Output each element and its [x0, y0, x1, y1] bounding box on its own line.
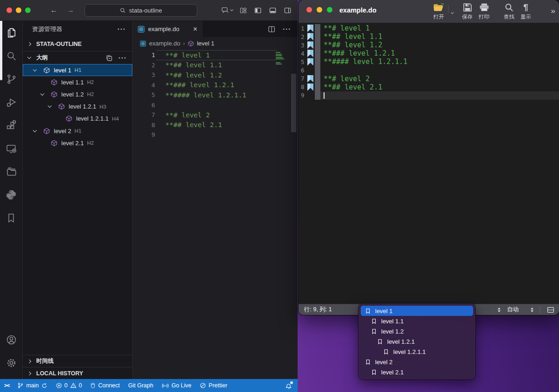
- zoom-window-button[interactable]: [327, 7, 332, 13]
- explorer-more-actions-icon[interactable]: ···: [117, 25, 126, 33]
- popup-item-level-2-1[interactable]: level 2.1: [358, 367, 475, 377]
- remote-explorer-activity-button[interactable]: [0, 137, 22, 160]
- bookmark-icon: [377, 339, 383, 345]
- outline-item-level-2-1[interactable]: level 2.1H2: [23, 137, 132, 149]
- forward-arrow-icon[interactable]: →: [67, 6, 74, 14]
- close-window-button[interactable]: [6, 7, 12, 13]
- line-number: 7: [133, 111, 155, 118]
- editor-line[interactable]: 1**# level 1: [133, 50, 298, 60]
- show-button[interactable]: ¶ 显示: [518, 2, 534, 20]
- stata-editor-line[interactable]: 6: [299, 66, 559, 74]
- accounts-button[interactable]: [0, 328, 22, 351]
- toggle-primary-sidebar-icon[interactable]: [254, 7, 262, 14]
- branch-label: main: [26, 382, 39, 389]
- stata-editor-line[interactable]: 4**### level 1.2.1: [299, 49, 559, 58]
- source-control-activity-button[interactable]: [0, 67, 22, 90]
- python-activity-button[interactable]: [0, 183, 22, 206]
- customize-layout-icon[interactable]: [240, 7, 247, 14]
- problems-item[interactable]: 0 0: [52, 379, 86, 392]
- split-editor-icon[interactable]: [268, 26, 275, 33]
- connect-item[interactable]: Connect: [86, 379, 124, 392]
- outline-item-level-1[interactable]: level 1H1: [23, 64, 132, 76]
- language-stepper[interactable]: [498, 308, 500, 312]
- git-branch-item[interactable]: main: [13, 379, 51, 392]
- outline-item-label: level 1.2: [61, 91, 84, 98]
- split-horizontal-icon[interactable]: [547, 307, 554, 313]
- popup-item-level-1-2-1-1[interactable]: level 1.2.1.1: [358, 347, 475, 357]
- stata-editor-line[interactable]: 5**#### level 1.2.1.1: [299, 58, 559, 66]
- copilot-chat-button[interactable]: [221, 7, 233, 14]
- toolbar-overflow-icon[interactable]: »: [551, 6, 554, 16]
- tab-example-do[interactable]: example.do ×: [133, 21, 202, 37]
- project-manager-activity-button[interactable]: [0, 160, 22, 183]
- editor-scrollbar[interactable]: [291, 74, 296, 132]
- editor-line[interactable]: 9: [133, 130, 298, 140]
- heading-level-badge: H1: [75, 67, 82, 73]
- zoom-window-button[interactable]: [25, 7, 31, 13]
- outline-item-level-1-2-1-1[interactable]: level 1.2.1.1H4: [23, 113, 132, 125]
- line-number: 4: [133, 82, 155, 89]
- print-button[interactable]: 打印: [476, 2, 493, 20]
- git-graph-item[interactable]: Git Graph: [124, 379, 157, 392]
- outline-item-level-1-1[interactable]: level 1.1H2: [23, 76, 132, 88]
- close-window-button[interactable]: [306, 7, 312, 13]
- search-activity-button[interactable]: [0, 44, 22, 67]
- open-button[interactable]: 打开: [430, 2, 447, 20]
- code-editor[interactable]: 1**# level 12**## level 1.13**## level 1…: [133, 50, 298, 379]
- stata-editor-line[interactable]: 9: [299, 91, 559, 100]
- save-button[interactable]: 保存: [459, 2, 476, 20]
- popup-item-level-1-1[interactable]: level 1.1: [358, 316, 475, 326]
- notifications-item[interactable]: [281, 379, 298, 392]
- prettier-item[interactable]: Prettier: [195, 379, 231, 392]
- editor-line[interactable]: 7**# level 2: [133, 110, 298, 120]
- breadcrumb-file[interactable]: example.do: [149, 40, 180, 47]
- editor-line[interactable]: 5**#### level 1.2.1.1: [133, 90, 298, 100]
- find-button[interactable]: 查找: [501, 2, 518, 20]
- outline-item-level-1-2-1[interactable]: level 1.2.1H3: [23, 101, 132, 113]
- outline-item-level-2[interactable]: level 2H1: [23, 125, 132, 137]
- breadcrumb-symbol[interactable]: level 1: [197, 40, 214, 47]
- toggle-panel-icon[interactable]: [269, 7, 277, 14]
- toggle-secondary-sidebar-icon[interactable]: [284, 7, 292, 14]
- stata-editor-line[interactable]: 8**## level 2.1: [299, 83, 559, 91]
- workspace-section-header[interactable]: STATA-OUTLINE: [23, 37, 132, 51]
- encoding-dropdown[interactable]: 自动: [507, 306, 533, 314]
- stata-code-editor[interactable]: 1**# level 12**## level 1.13**## level 1…: [299, 23, 559, 304]
- stata-editor-line[interactable]: 1**# level 1: [299, 24, 559, 32]
- stata-editor-line[interactable]: 2**## level 1.1: [299, 32, 559, 41]
- editor-line[interactable]: 6: [133, 100, 298, 110]
- bookmark-flag-icon: [307, 58, 315, 65]
- settings-button[interactable]: [0, 351, 22, 374]
- popup-item-level-2[interactable]: level 2: [358, 357, 475, 367]
- stata-editor-line[interactable]: 3**## level 1.2: [299, 41, 559, 49]
- back-arrow-icon[interactable]: ←: [50, 6, 58, 14]
- outline-more-actions-icon[interactable]: ···: [118, 54, 127, 62]
- go-live-item[interactable]: Go Live: [157, 379, 195, 392]
- minimize-window-button[interactable]: [317, 7, 322, 13]
- bookmarks-activity-button[interactable]: [0, 206, 22, 230]
- command-center-search[interactable]: stata-outline: [84, 4, 197, 17]
- collapse-all-icon[interactable]: [105, 54, 113, 62]
- popup-item-level-1[interactable]: level 1: [358, 306, 475, 316]
- open-dropdown-chevron[interactable]: [449, 6, 455, 15]
- editor-line[interactable]: 4**### level 1.2.1: [133, 80, 298, 90]
- editor-line[interactable]: 8**## level 2.1: [133, 120, 298, 130]
- local-history-section-header[interactable]: LOCAL HISTORY: [23, 367, 132, 379]
- popup-item-level-1-2[interactable]: level 1.2: [358, 326, 475, 336]
- outline-section-header[interactable]: 大纲 ···: [23, 51, 132, 64]
- timeline-section-header[interactable]: 时间线: [23, 355, 132, 367]
- minimize-window-button[interactable]: [16, 7, 21, 13]
- editor-more-actions-icon[interactable]: ···: [283, 25, 291, 33]
- run-debug-activity-button[interactable]: [0, 90, 22, 114]
- explorer-activity-button[interactable]: [0, 21, 22, 44]
- popup-item-level-1-2-1[interactable]: level 1.2.1: [358, 336, 475, 347]
- editor-line[interactable]: 2**## level 1.1: [133, 60, 298, 71]
- remote-indicator[interactable]: ><: [0, 379, 13, 392]
- editor-line[interactable]: 3**## level 1.2: [133, 70, 298, 80]
- close-tab-icon[interactable]: ×: [193, 26, 197, 33]
- stata-editor-line[interactable]: 7**# level 2: [299, 75, 559, 83]
- files-icon: [6, 27, 17, 39]
- extensions-activity-button[interactable]: [0, 114, 22, 137]
- outline-item-level-1-2[interactable]: level 1.2H2: [23, 88, 132, 100]
- minimap[interactable]: [276, 52, 285, 66]
